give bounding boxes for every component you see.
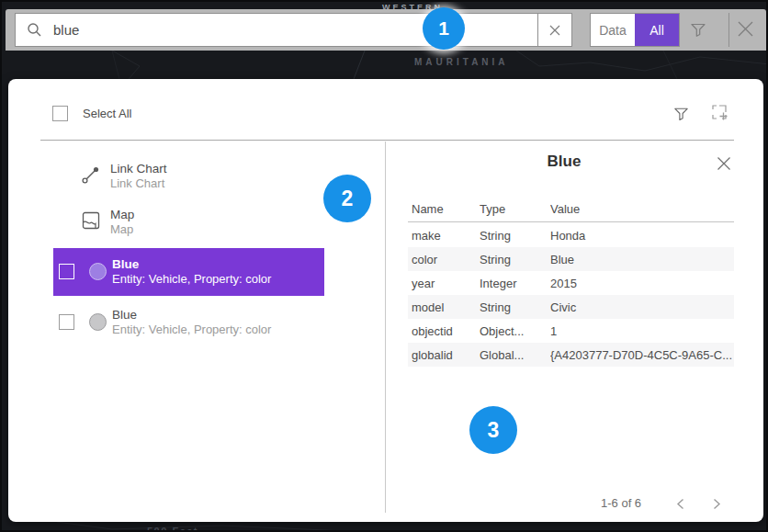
cell-name: color: [408, 253, 480, 266]
select-all-checkbox[interactable]: [52, 106, 68, 121]
column-header-type: Type: [480, 202, 550, 216]
search-clear-button[interactable]: [538, 13, 572, 47]
detail-title: Blue: [408, 153, 720, 171]
callout-badge-2: 2: [323, 175, 371, 222]
result-subtitle: Link Chart: [110, 176, 167, 191]
result-item-link-chart[interactable]: Link Chart Link Chart: [40, 162, 334, 193]
toggle-option-data[interactable]: Data: [591, 14, 635, 46]
cell-type: String: [480, 253, 550, 266]
cell-name: objectid: [408, 324, 480, 338]
cell-type: Integer: [480, 277, 550, 290]
result-title: Blue: [112, 308, 271, 323]
entity-circle-icon: [89, 313, 107, 331]
result-title: Map: [110, 208, 134, 222]
filter-funnel-icon: [672, 105, 690, 122]
filter-button[interactable]: [687, 18, 709, 40]
map-icon: [81, 210, 101, 231]
cell-type: String: [480, 229, 550, 243]
table-row: make String Honda: [408, 223, 734, 247]
panel-header-divider: [40, 140, 734, 141]
callout-badge-1: 1: [423, 7, 465, 50]
cell-value: Honda: [550, 229, 734, 243]
toolbar-divider: [728, 13, 729, 47]
cell-value: {A4203777-D70D-4C5C-9A65-C...: [550, 348, 734, 362]
results-panel: Select All Link Chart Link Chart: [8, 79, 763, 522]
map-label-mauritania: MAURITANIA: [414, 57, 509, 67]
cell-name: globalid: [408, 348, 480, 362]
column-header-value: Value: [550, 202, 734, 216]
app-window: WESTERN MAURITANIA 500 Feet Data All: [0, 0, 768, 532]
cell-type: String: [480, 300, 550, 314]
cell-type: Global...: [480, 348, 550, 362]
result-item-blue[interactable]: Blue Entity: Vehicle, Property: color: [53, 301, 324, 344]
result-subtitle: Entity: Vehicle, Property: color: [112, 323, 271, 337]
pagination-label: 1-6 of 6: [601, 496, 641, 510]
pagination-next-button[interactable]: [706, 493, 727, 514]
result-subtitle: Map: [110, 222, 134, 237]
table-row: model String Civic: [408, 295, 734, 319]
table-row: year Integer 2015: [408, 271, 734, 295]
cell-type: Object...: [480, 324, 550, 338]
table-row: color String Blue: [408, 247, 734, 271]
select-all-label: Select All: [83, 107, 131, 120]
panel-filter-button[interactable]: [671, 103, 691, 123]
table-row: globalid Global... {A4203777-D70D-4C5C-9…: [408, 343, 734, 367]
entity-circle-icon: [89, 263, 107, 280]
detail-close-button[interactable]: [714, 153, 734, 174]
column-header-name: Name: [408, 202, 480, 216]
cell-value: Civic: [550, 300, 734, 314]
table-header-divider: [408, 221, 734, 222]
cell-value: 2015: [550, 277, 734, 290]
cell-name: make: [408, 229, 480, 243]
close-search-button[interactable]: [734, 17, 756, 40]
link-chart-icon: [81, 164, 101, 185]
cell-value: 1: [550, 324, 734, 338]
panel-vertical-divider: [385, 141, 386, 513]
search-icon: [27, 22, 42, 38]
add-selection-button[interactable]: [709, 102, 729, 122]
add-box-icon: [710, 103, 729, 122]
chevron-left-icon: [676, 498, 684, 510]
close-icon: [717, 156, 731, 171]
filter-funnel-icon: [689, 20, 707, 39]
clear-x-icon: [549, 25, 560, 36]
close-icon: [737, 20, 754, 38]
scope-toggle: Data All: [590, 13, 680, 47]
result-subtitle: Entity: Vehicle, Property: color: [112, 272, 271, 287]
table-header-row: Name Type Value: [408, 198, 734, 219]
cell-value: Blue: [550, 253, 734, 266]
cell-name: model: [408, 300, 480, 314]
callout-badge-3: 3: [469, 406, 517, 454]
result-item-blue-selected[interactable]: Blue Entity: Vehicle, Property: color: [53, 248, 324, 296]
search-toolbar: Data All: [6, 9, 766, 51]
result-item-map[interactable]: Map Map: [40, 208, 334, 239]
result-title: Blue: [112, 257, 271, 272]
table-row: objectid Object... 1: [408, 319, 734, 343]
result-checkbox[interactable]: [59, 314, 74, 330]
chevron-right-icon: [713, 498, 721, 510]
map-scale-label: 500 Feet: [147, 526, 198, 532]
pagination: 1-6 of 6: [559, 493, 743, 514]
result-title: Link Chart: [110, 162, 167, 176]
cell-name: year: [408, 277, 480, 290]
pagination-prev-button[interactable]: [670, 493, 690, 514]
result-checkbox[interactable]: [59, 264, 74, 279]
attribute-table: Name Type Value make String Honda color …: [408, 198, 734, 367]
toggle-option-all[interactable]: All: [635, 14, 679, 46]
